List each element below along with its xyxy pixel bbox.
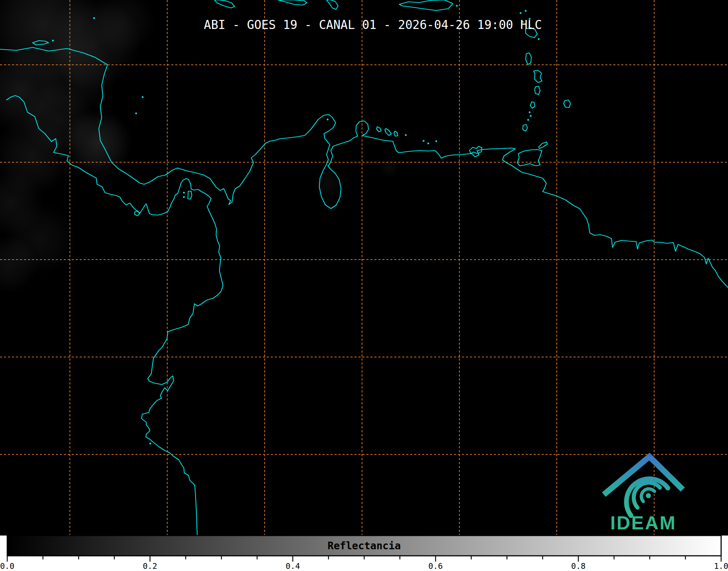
islet-dot	[423, 140, 425, 142]
islet-dot	[52, 40, 54, 42]
cloud-patch	[379, 157, 399, 177]
colorbar-tick-label: 0.0	[0, 562, 14, 571]
islet-dot	[527, 119, 529, 121]
islet-dot	[183, 196, 185, 198]
islet-dot	[405, 134, 407, 136]
cloud-patch	[63, 109, 132, 177]
islet-dot	[520, 12, 522, 14]
cloud-patch	[311, 167, 344, 199]
colorbar-tick-label: 0.8	[571, 562, 586, 571]
colorbar-tick-label: 1.0	[714, 562, 728, 571]
islet-dot	[530, 115, 532, 117]
islet-dot	[538, 38, 540, 40]
islet-dot	[435, 140, 437, 142]
islet-dot	[428, 143, 429, 144]
colorbar-tick-label: 0.6	[428, 562, 443, 571]
islet-dot	[529, 112, 531, 113]
ideam-logo-text: IDEAM	[610, 512, 677, 533]
colorbar-title: Reflectancia	[328, 540, 401, 552]
islet-dot	[525, 10, 527, 12]
colorbar-tick-label: 0.2	[143, 562, 157, 571]
satellite-image-viewer: ABI - GOES 19 - CANAL 01 - 2026-04-26 19…	[0, 0, 728, 571]
islet-dot	[456, 5, 458, 7]
goes-satellite-scene: ABI - GOES 19 - CANAL 01 - 2026-04-26 19…	[0, 0, 728, 571]
islet-dot	[93, 17, 95, 19]
islet-dot	[142, 96, 144, 98]
islet-dot	[183, 192, 185, 194]
colorbar-tick-label: 0.4	[286, 562, 300, 571]
islet-dot	[327, 119, 329, 121]
image-title: ABI - GOES 19 - CANAL 01 - 2026-04-26 19…	[204, 18, 542, 32]
islet-dot	[150, 443, 151, 445]
islet-dot	[135, 113, 137, 114]
